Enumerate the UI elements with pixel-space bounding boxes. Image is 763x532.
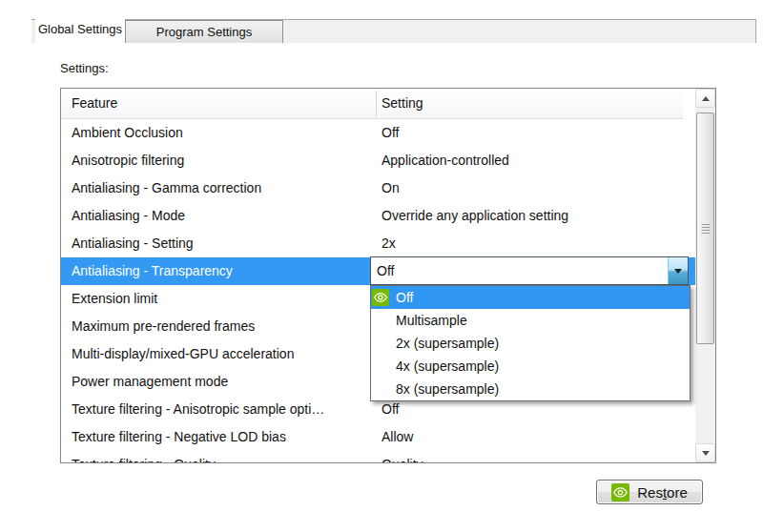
setting-cell: On	[382, 174, 400, 202]
table-row[interactable]: Texture filtering - Negative LOD bias Al…	[61, 423, 695, 451]
antialiasing-transparency-combobox[interactable]: Off	[370, 256, 689, 285]
dropdown-item-label: Multisample	[396, 313, 467, 328]
setting-cell: Allow	[382, 423, 413, 451]
restore-button[interactable]: Restore	[596, 480, 703, 504]
table-row[interactable]: Antialiasing - Mode Override any applica…	[61, 202, 695, 230]
dropdown-item-off[interactable]: Off	[371, 286, 690, 309]
combobox-value: Off	[377, 257, 394, 284]
column-header-feature: Feature	[72, 89, 117, 118]
scrollbar-grip-icon	[701, 223, 710, 234]
nvidia-eye-icon	[372, 289, 389, 306]
dropdown-item-label: 4x (supersample)	[396, 358, 499, 374]
dropdown-item-2x-supersample[interactable]: 2x (supersample)	[371, 332, 690, 355]
arrow-down-icon	[702, 451, 710, 456]
dropdown-item-label: Off	[396, 290, 413, 305]
dropdown-item-label: 8x (supersample)	[396, 381, 499, 397]
feature-cell: Multi-display/mixed-GPU acceleration	[72, 340, 294, 368]
setting-cell: Override any application setting	[382, 202, 568, 230]
feature-cell: Extension limit	[72, 285, 157, 313]
feature-cell: Maximum pre-rendered frames	[72, 313, 255, 340]
setting-cell: Quality	[382, 451, 423, 462]
feature-cell: Antialiasing - Setting	[72, 230, 194, 257]
nvidia-control-panel-settings: Global Settings Program Settings Setting…	[0, 0, 763, 532]
tab-program-settings[interactable]: Program Settings	[125, 20, 283, 43]
scrollbar-thumb[interactable]	[696, 113, 714, 344]
feature-cell: Power management mode	[72, 368, 228, 396]
feature-cell: Texture filtering - Negative LOD bias	[72, 423, 286, 451]
table-row[interactable]: Ambient Occlusion Off	[61, 119, 695, 147]
combobox-dropdown-button[interactable]	[668, 257, 688, 284]
tab-strip: Global Settings Program Settings	[31, 17, 756, 44]
restore-button-label: Restore	[637, 484, 688, 501]
feature-cell: Antialiasing - Gamma correction	[72, 174, 261, 202]
table-row[interactable]: Anisotropic filtering Application-contro…	[61, 147, 695, 174]
feature-cell: Texture filtering - Anisotropic sample o…	[72, 396, 324, 423]
arrow-up-icon	[702, 96, 710, 101]
table-row[interactable]: Texture filtering - Quality Quality	[61, 451, 695, 462]
vertical-scrollbar[interactable]	[695, 89, 715, 462]
feature-cell: Anisotropic filtering	[72, 147, 184, 174]
table-row[interactable]: Antialiasing - Gamma correction On	[61, 174, 695, 202]
chevron-down-icon	[674, 269, 682, 274]
column-divider	[376, 91, 377, 116]
dropdown-item-8x-supersample[interactable]: 8x (supersample)	[371, 378, 690, 400]
scroll-down-button[interactable]	[695, 443, 715, 462]
scroll-up-button[interactable]	[695, 89, 715, 108]
tab-global-settings[interactable]: Global Settings	[35, 17, 125, 44]
settings-label: Settings:	[60, 61, 109, 75]
feature-cell: Antialiasing - Transparency	[72, 257, 233, 285]
dropdown-item-4x-supersample[interactable]: 4x (supersample)	[371, 355, 690, 378]
dropdown-item-label: 2x (supersample)	[396, 336, 499, 351]
feature-cell: Antialiasing - Mode	[72, 202, 185, 230]
setting-cell: Application-controlled	[382, 147, 509, 174]
dropdown-list: Off Multisample 2x (supersample) 4x (sup…	[370, 285, 691, 401]
dropdown-item-multisample[interactable]: Multisample	[371, 309, 690, 332]
feature-cell: Ambient Occlusion	[72, 119, 183, 147]
table-header: Feature Setting	[61, 89, 683, 119]
table-row[interactable]: Antialiasing - Setting 2x	[61, 230, 695, 257]
feature-cell: Texture filtering - Quality	[72, 451, 216, 462]
nvidia-eye-icon	[611, 483, 629, 501]
setting-cell: 2x	[382, 230, 396, 257]
column-header-setting: Setting	[382, 89, 423, 118]
setting-cell: Off	[382, 119, 399, 147]
